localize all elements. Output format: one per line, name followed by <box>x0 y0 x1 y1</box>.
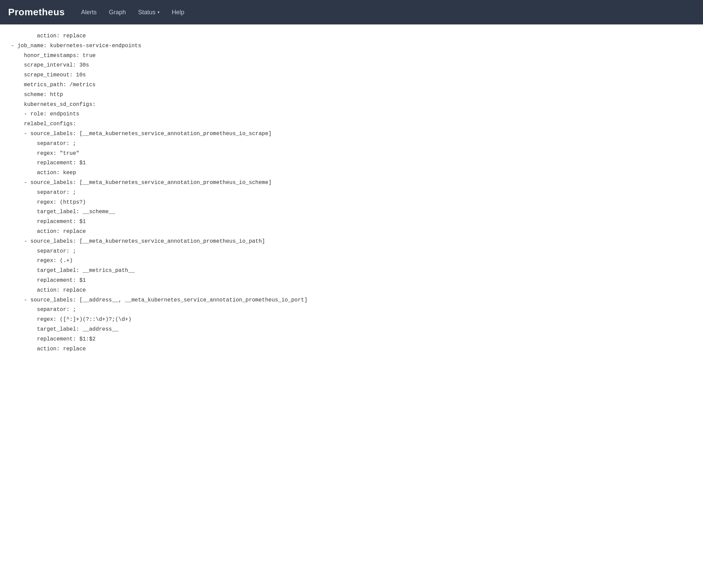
help-link[interactable]: Help <box>166 6 190 18</box>
config-line: scrape_interval: 30s <box>11 60 692 70</box>
graph-link[interactable]: Graph <box>104 6 131 18</box>
navbar: Prometheus Alerts Graph Status ▾ Help <box>0 0 703 24</box>
config-line: action: keep <box>11 168 692 178</box>
config-line: action: replace <box>11 286 692 295</box>
config-line: replacement: $1 <box>11 217 692 227</box>
config-line: replacement: $1 <box>11 276 692 286</box>
config-line: target_label: __address__ <box>11 325 692 334</box>
config-line: scrape_timeout: 10s <box>11 70 692 80</box>
config-line: regex: "true" <box>11 149 692 159</box>
config-line: separator: ; <box>11 139 692 149</box>
config-line: replacement: $1 <box>11 158 692 168</box>
config-line: replacement: $1:$2 <box>11 334 692 344</box>
config-line: - source_labels: [__meta_kubernetes_serv… <box>11 178 692 188</box>
config-content: action: replace- job_name: kubernetes-se… <box>0 24 703 588</box>
config-line: separator: ; <box>11 305 692 315</box>
config-line: metrics_path: /metrics <box>11 80 692 90</box>
config-line: action: replace <box>11 227 692 237</box>
status-label: Status <box>138 9 155 16</box>
config-line: relabel_configs: <box>11 119 692 129</box>
config-line: - job_name: kubernetes-service-endpoints <box>11 41 692 51</box>
config-line: separator: ; <box>11 246 692 256</box>
config-line: separator: ; <box>11 188 692 198</box>
nav-status[interactable]: Status ▾ <box>133 6 165 19</box>
config-line: honor_timestamps: true <box>11 51 692 61</box>
config-line: kubernetes_sd_configs: <box>11 100 692 110</box>
config-line: regex: (.+) <box>11 256 692 266</box>
config-line: regex: (https?) <box>11 198 692 207</box>
chevron-down-icon: ▾ <box>158 10 160 15</box>
config-line: target_label: __scheme__ <box>11 207 692 217</box>
config-line: scheme: http <box>11 90 692 100</box>
config-line: action: replace <box>11 31 692 41</box>
brand-title: Prometheus <box>8 7 65 18</box>
config-line: - source_labels: [__meta_kubernetes_serv… <box>11 129 692 139</box>
nav-help[interactable]: Help <box>166 9 190 16</box>
config-line: target_label: __metrics_path__ <box>11 266 692 276</box>
config-line: regex: ([^:]+)(?::\d+)?;(\d+) <box>11 315 692 325</box>
config-block: action: replace- job_name: kubernetes-se… <box>11 31 692 354</box>
config-line: - source_labels: [__address__, __meta_ku… <box>11 295 692 305</box>
config-line: action: replace <box>11 344 692 354</box>
nav-links: Alerts Graph Status ▾ Help <box>76 6 190 19</box>
nav-graph[interactable]: Graph <box>104 9 131 16</box>
nav-alerts[interactable]: Alerts <box>76 9 102 16</box>
config-line: - role: endpoints <box>11 109 692 119</box>
config-line: - source_labels: [__meta_kubernetes_serv… <box>11 237 692 246</box>
alerts-link[interactable]: Alerts <box>76 6 102 18</box>
